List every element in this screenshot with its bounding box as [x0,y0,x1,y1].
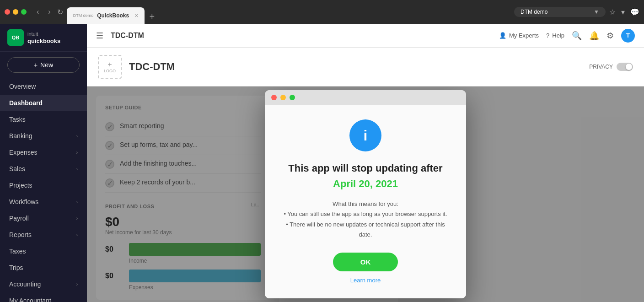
accountant-label: My Accountant [9,297,51,302]
sidebar-item-reports[interactable]: Reports › [0,226,87,243]
banking-label: Banking [9,132,32,140]
privacy-label: PRIVACY [589,64,613,70]
brand-subtitle: intuit [27,31,60,37]
active-tab[interactable]: DTM demo QuickBooks × [67,7,145,24]
sidebar-item-tasks[interactable]: Tasks [0,111,87,128]
reload-button[interactable]: ↻ [57,8,63,16]
new-button[interactable]: + New [7,57,80,73]
search-icon[interactable]: 🔍 [572,31,582,41]
dashboard-body: SETUP GUIDE ✓ Smart reporting ✓ Set up f… [87,86,644,302]
address-bar[interactable]: DTM demo ▼ [514,7,606,17]
avatar[interactable]: T [621,29,635,43]
quickbooks-logo: QB [7,29,24,46]
sidebar-item-payroll[interactable]: Payroll › [0,210,87,226]
sidebar-item-projects[interactable]: Projects [0,177,87,194]
sidebar-nav: Overview Dashboard Tasks Banking › Expen… [0,78,87,302]
payroll-label: Payroll [9,215,29,222]
bookmark-icon[interactable]: ☆ [609,8,616,16]
menu-icon[interactable]: ▾ [621,8,625,16]
address-text: DTM demo [521,9,547,15]
modal-bullet-2: • There will be no new updates or techni… [283,220,448,240]
brand-name: quickbooks [27,38,60,44]
sidebar-item-trips[interactable]: Trips [0,259,87,276]
new-plus-icon: + [34,61,38,69]
help-icon: ? [546,32,549,39]
chevron-icon: › [76,134,78,139]
sidebar-item-dashboard[interactable]: Dashboard [0,95,87,111]
chevron-icon: › [76,282,78,287]
browser-toolbar-icons: ☆ ▾ 💬 [609,8,639,16]
dot-green[interactable] [21,9,27,15]
privacy-toggle-track[interactable] [617,63,633,71]
chevron-icon: › [76,216,78,221]
forward-button[interactable]: › [45,7,53,17]
add-tab-button[interactable]: + [147,10,156,24]
address-bar-area: DTM demo ▼ ☆ ▾ 💬 [514,7,639,17]
modal-dot-green[interactable] [290,95,295,100]
sidebar-item-accountant[interactable]: My Accountant [0,292,87,302]
dashboard-label: Dashboard [9,99,43,107]
modal-info-icon: i [349,119,381,151]
company-info: + LOGO TDC-DTM [98,55,175,79]
info-letter: i [364,127,368,144]
chevron-icon: › [76,167,78,172]
topbar-actions: 👤 My Experts ? Help 🔍 🔔 ⚙ T [499,29,635,43]
top-bar: ☰ TDC-DTM 👤 My Experts ? Help 🔍 🔔 ⚙ T [87,24,644,48]
tab-app: QuickBooks [97,12,129,19]
browser-chrome: ‹ › ↻ DTM demo QuickBooks × + DTM demo ▼… [0,0,644,24]
modal-date: April 20, 2021 [283,178,448,190]
sidebar-item-workflows[interactable]: Workflows › [0,194,87,210]
sidebar-item-expenses[interactable]: Expenses › [0,144,87,161]
my-experts-icon: 👤 [499,32,506,39]
workflows-label: Workflows [9,198,38,205]
sidebar-item-sales[interactable]: Sales › [0,161,87,177]
help-button[interactable]: ? Help [546,32,564,39]
help-label: Help [552,32,564,39]
sidebar: QB intuit quickbooks + New Overview Dash… [0,24,87,302]
company-name: TDC-DTM [129,61,175,73]
modal-learn-more-link[interactable]: Learn more [283,277,448,284]
brand-text: intuit quickbooks [27,31,60,44]
sidebar-item-taxes[interactable]: Taxes [0,243,87,259]
modal-body: i This app will stop updating after Apri… [265,105,466,298]
settings-icon[interactable]: ⚙ [606,31,614,41]
modal-ok-button[interactable]: OK [333,253,398,271]
topbar-title: TDC-DTM [111,32,492,40]
projects-label: Projects [9,182,32,189]
modal-dot-yellow[interactable] [280,95,286,100]
sidebar-item-overview[interactable]: Overview [0,78,87,95]
close-tab-button[interactable]: × [134,12,138,19]
browser-dots [5,9,27,15]
modal-titlebar [265,90,466,105]
sales-label: Sales [9,165,25,173]
logo-label: LOGO [104,69,116,73]
main-area: ☰ TDC-DTM 👤 My Experts ? Help 🔍 🔔 ⚙ T [87,24,644,302]
modal-overlay[interactable]: i This app will stop updating after Apri… [87,86,644,302]
sidebar-item-accounting[interactable]: Accounting › [0,276,87,292]
app-layout: QB intuit quickbooks + New Overview Dash… [0,24,644,302]
dot-yellow[interactable] [13,9,18,15]
chat-icon[interactable]: 💬 [630,8,639,16]
chevron-icon: › [76,232,78,237]
taxes-label: Taxes [9,248,26,255]
expenses-label: Expenses [9,149,37,156]
dot-red[interactable] [5,9,10,15]
modal-dot-red[interactable] [271,95,277,100]
sidebar-header: QB intuit quickbooks [0,24,87,52]
tasks-label: Tasks [9,116,26,123]
sidebar-item-banking[interactable]: Banking › [0,128,87,144]
modal-title: This app will stop updating after [283,162,448,174]
plus-icon: + [107,60,112,69]
modal-window: i This app will stop updating after Apri… [265,90,466,298]
privacy-toggle: PRIVACY [589,63,633,71]
company-logo-upload[interactable]: + LOGO [98,55,122,79]
back-button[interactable]: ‹ [34,7,42,17]
accounting-label: Accounting [9,280,41,288]
trips-label: Trips [9,264,23,271]
logo-text: QB [12,35,20,40]
tab-company: DTM demo [73,13,94,18]
notifications-icon[interactable]: 🔔 [589,31,599,41]
hamburger-icon[interactable]: ☰ [96,31,103,41]
avatar-letter: T [626,32,630,39]
my-experts-button[interactable]: 👤 My Experts [499,32,539,39]
